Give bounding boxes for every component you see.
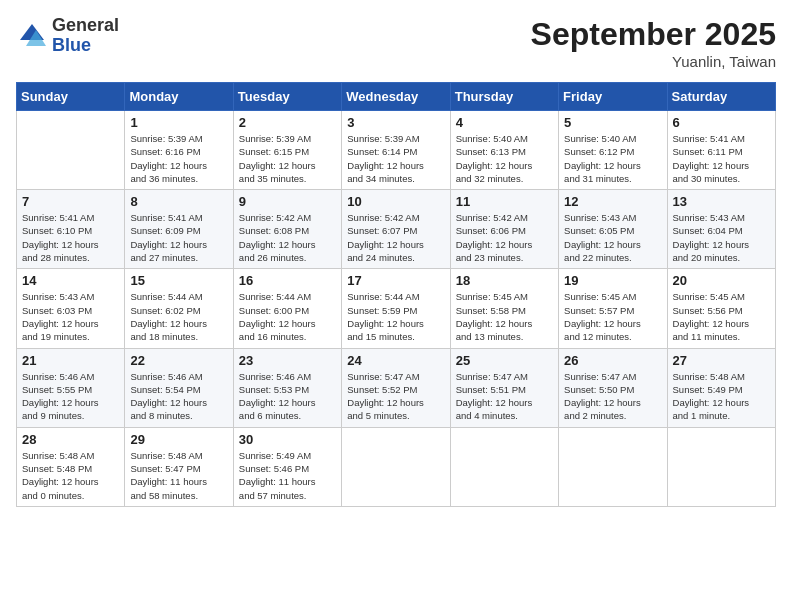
day-info: Sunrise: 5:43 AM Sunset: 6:04 PM Dayligh… [673, 211, 770, 264]
calendar-cell: 18Sunrise: 5:45 AM Sunset: 5:58 PM Dayli… [450, 269, 558, 348]
day-number: 16 [239, 273, 336, 288]
day-number: 10 [347, 194, 444, 209]
calendar-cell: 27Sunrise: 5:48 AM Sunset: 5:49 PM Dayli… [667, 348, 775, 427]
day-info: Sunrise: 5:42 AM Sunset: 6:07 PM Dayligh… [347, 211, 444, 264]
calendar-cell: 14Sunrise: 5:43 AM Sunset: 6:03 PM Dayli… [17, 269, 125, 348]
day-number: 23 [239, 353, 336, 368]
day-number: 28 [22, 432, 119, 447]
day-info: Sunrise: 5:47 AM Sunset: 5:50 PM Dayligh… [564, 370, 661, 423]
day-number: 30 [239, 432, 336, 447]
calendar-table: SundayMondayTuesdayWednesdayThursdayFrid… [16, 82, 776, 507]
col-header-saturday: Saturday [667, 83, 775, 111]
day-number: 5 [564, 115, 661, 130]
calendar-cell: 8Sunrise: 5:41 AM Sunset: 6:09 PM Daylig… [125, 190, 233, 269]
day-number: 24 [347, 353, 444, 368]
day-info: Sunrise: 5:43 AM Sunset: 6:03 PM Dayligh… [22, 290, 119, 343]
calendar-cell: 19Sunrise: 5:45 AM Sunset: 5:57 PM Dayli… [559, 269, 667, 348]
day-number: 3 [347, 115, 444, 130]
calendar-header-row: SundayMondayTuesdayWednesdayThursdayFrid… [17, 83, 776, 111]
logo-blue: Blue [52, 36, 119, 56]
calendar-cell [342, 427, 450, 506]
day-info: Sunrise: 5:39 AM Sunset: 6:15 PM Dayligh… [239, 132, 336, 185]
calendar-cell: 6Sunrise: 5:41 AM Sunset: 6:11 PM Daylig… [667, 111, 775, 190]
day-number: 9 [239, 194, 336, 209]
day-info: Sunrise: 5:39 AM Sunset: 6:16 PM Dayligh… [130, 132, 227, 185]
calendar-cell: 17Sunrise: 5:44 AM Sunset: 5:59 PM Dayli… [342, 269, 450, 348]
day-info: Sunrise: 5:41 AM Sunset: 6:09 PM Dayligh… [130, 211, 227, 264]
col-header-sunday: Sunday [17, 83, 125, 111]
calendar-cell: 4Sunrise: 5:40 AM Sunset: 6:13 PM Daylig… [450, 111, 558, 190]
logo-text: General Blue [52, 16, 119, 56]
calendar-cell [17, 111, 125, 190]
day-info: Sunrise: 5:41 AM Sunset: 6:11 PM Dayligh… [673, 132, 770, 185]
calendar-week-row: 21Sunrise: 5:46 AM Sunset: 5:55 PM Dayli… [17, 348, 776, 427]
location-title: Yuanlin, Taiwan [531, 53, 776, 70]
calendar-cell: 21Sunrise: 5:46 AM Sunset: 5:55 PM Dayli… [17, 348, 125, 427]
logo-general: General [52, 16, 119, 36]
calendar-week-row: 1Sunrise: 5:39 AM Sunset: 6:16 PM Daylig… [17, 111, 776, 190]
day-number: 18 [456, 273, 553, 288]
day-info: Sunrise: 5:47 AM Sunset: 5:51 PM Dayligh… [456, 370, 553, 423]
day-number: 2 [239, 115, 336, 130]
day-number: 20 [673, 273, 770, 288]
calendar-cell: 9Sunrise: 5:42 AM Sunset: 6:08 PM Daylig… [233, 190, 341, 269]
calendar-cell: 23Sunrise: 5:46 AM Sunset: 5:53 PM Dayli… [233, 348, 341, 427]
day-info: Sunrise: 5:45 AM Sunset: 5:57 PM Dayligh… [564, 290, 661, 343]
calendar-cell [450, 427, 558, 506]
calendar-cell: 5Sunrise: 5:40 AM Sunset: 6:12 PM Daylig… [559, 111, 667, 190]
day-info: Sunrise: 5:45 AM Sunset: 5:58 PM Dayligh… [456, 290, 553, 343]
day-info: Sunrise: 5:41 AM Sunset: 6:10 PM Dayligh… [22, 211, 119, 264]
day-info: Sunrise: 5:43 AM Sunset: 6:05 PM Dayligh… [564, 211, 661, 264]
day-number: 6 [673, 115, 770, 130]
day-info: Sunrise: 5:40 AM Sunset: 6:13 PM Dayligh… [456, 132, 553, 185]
day-number: 13 [673, 194, 770, 209]
col-header-thursday: Thursday [450, 83, 558, 111]
calendar-cell: 13Sunrise: 5:43 AM Sunset: 6:04 PM Dayli… [667, 190, 775, 269]
calendar-cell: 15Sunrise: 5:44 AM Sunset: 6:02 PM Dayli… [125, 269, 233, 348]
calendar-cell: 25Sunrise: 5:47 AM Sunset: 5:51 PM Dayli… [450, 348, 558, 427]
day-info: Sunrise: 5:39 AM Sunset: 6:14 PM Dayligh… [347, 132, 444, 185]
calendar-cell: 26Sunrise: 5:47 AM Sunset: 5:50 PM Dayli… [559, 348, 667, 427]
day-info: Sunrise: 5:44 AM Sunset: 6:02 PM Dayligh… [130, 290, 227, 343]
day-number: 1 [130, 115, 227, 130]
calendar-week-row: 7Sunrise: 5:41 AM Sunset: 6:10 PM Daylig… [17, 190, 776, 269]
calendar-cell: 16Sunrise: 5:44 AM Sunset: 6:00 PM Dayli… [233, 269, 341, 348]
day-number: 15 [130, 273, 227, 288]
calendar-cell: 22Sunrise: 5:46 AM Sunset: 5:54 PM Dayli… [125, 348, 233, 427]
calendar-cell: 7Sunrise: 5:41 AM Sunset: 6:10 PM Daylig… [17, 190, 125, 269]
day-number: 25 [456, 353, 553, 368]
day-number: 4 [456, 115, 553, 130]
day-info: Sunrise: 5:49 AM Sunset: 5:46 PM Dayligh… [239, 449, 336, 502]
calendar-cell: 30Sunrise: 5:49 AM Sunset: 5:46 PM Dayli… [233, 427, 341, 506]
day-info: Sunrise: 5:44 AM Sunset: 5:59 PM Dayligh… [347, 290, 444, 343]
calendar-week-row: 14Sunrise: 5:43 AM Sunset: 6:03 PM Dayli… [17, 269, 776, 348]
page-header: General Blue September 2025 Yuanlin, Tai… [16, 16, 776, 70]
day-info: Sunrise: 5:48 AM Sunset: 5:47 PM Dayligh… [130, 449, 227, 502]
day-info: Sunrise: 5:48 AM Sunset: 5:48 PM Dayligh… [22, 449, 119, 502]
calendar-cell: 20Sunrise: 5:45 AM Sunset: 5:56 PM Dayli… [667, 269, 775, 348]
day-number: 19 [564, 273, 661, 288]
calendar-cell: 28Sunrise: 5:48 AM Sunset: 5:48 PM Dayli… [17, 427, 125, 506]
day-number: 17 [347, 273, 444, 288]
day-info: Sunrise: 5:48 AM Sunset: 5:49 PM Dayligh… [673, 370, 770, 423]
day-number: 8 [130, 194, 227, 209]
calendar-cell: 3Sunrise: 5:39 AM Sunset: 6:14 PM Daylig… [342, 111, 450, 190]
day-info: Sunrise: 5:42 AM Sunset: 6:06 PM Dayligh… [456, 211, 553, 264]
day-number: 27 [673, 353, 770, 368]
day-number: 21 [22, 353, 119, 368]
day-info: Sunrise: 5:47 AM Sunset: 5:52 PM Dayligh… [347, 370, 444, 423]
day-info: Sunrise: 5:44 AM Sunset: 6:00 PM Dayligh… [239, 290, 336, 343]
col-header-wednesday: Wednesday [342, 83, 450, 111]
logo: General Blue [16, 16, 119, 56]
day-info: Sunrise: 5:40 AM Sunset: 6:12 PM Dayligh… [564, 132, 661, 185]
day-info: Sunrise: 5:42 AM Sunset: 6:08 PM Dayligh… [239, 211, 336, 264]
calendar-cell: 12Sunrise: 5:43 AM Sunset: 6:05 PM Dayli… [559, 190, 667, 269]
month-title: September 2025 [531, 16, 776, 53]
col-header-monday: Monday [125, 83, 233, 111]
calendar-cell [559, 427, 667, 506]
day-number: 22 [130, 353, 227, 368]
day-info: Sunrise: 5:46 AM Sunset: 5:55 PM Dayligh… [22, 370, 119, 423]
logo-icon [16, 20, 48, 52]
calendar-week-row: 28Sunrise: 5:48 AM Sunset: 5:48 PM Dayli… [17, 427, 776, 506]
title-area: September 2025 Yuanlin, Taiwan [531, 16, 776, 70]
